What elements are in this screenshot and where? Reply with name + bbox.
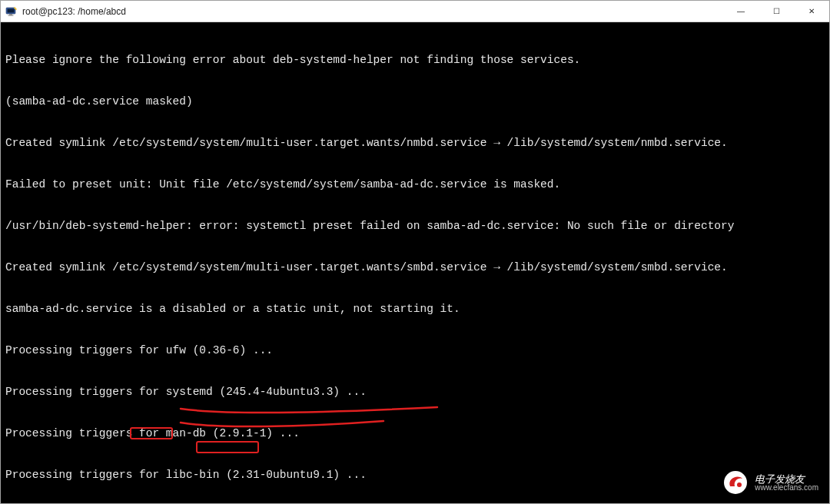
terminal-line: samba-ad-dc.service is a disabled or a s… [5, 302, 826, 316]
svg-rect-1 [8, 8, 15, 12]
svg-point-5 [737, 482, 742, 487]
terminal-line: (samba-ad-dc.service masked) [5, 94, 826, 108]
terminal-line: Processing triggers for man-db (2.9.1-1)… [5, 426, 826, 440]
terminal-line: /usr/bin/deb-systemd-helper: error: syst… [5, 219, 826, 233]
terminal-line: Processing triggers for ufw (0.36-6) ... [5, 343, 826, 357]
minimize-button[interactable]: — [723, 1, 759, 22]
terminal-line: Failed to preset unit: Unit file /etc/sy… [5, 177, 826, 191]
maximize-icon: ☐ [773, 7, 780, 15]
terminal-line: Created symlink /etc/systemd/system/mult… [5, 136, 826, 150]
annotation-box-2 [196, 441, 259, 453]
watermark-text-url: www.elecfans.com [755, 484, 818, 492]
close-button[interactable]: ✕ [794, 1, 829, 22]
terminal-line: Please ignore the following error about … [5, 53, 826, 67]
putty-icon [5, 5, 18, 18]
window-title: root@pc123: /home/abcd [22, 6, 723, 17]
minimize-icon: — [737, 7, 745, 15]
terminal-line: Created symlink /etc/systemd/system/mult… [5, 260, 826, 274]
putty-window: root@pc123: /home/abcd — ☐ ✕ Please igno… [0, 0, 830, 504]
svg-rect-3 [8, 15, 14, 15]
titlebar[interactable]: root@pc123: /home/abcd — ☐ ✕ [1, 1, 829, 22]
close-icon: ✕ [808, 7, 815, 15]
window-controls: — ☐ ✕ [723, 1, 829, 22]
terminal-line: Processing triggers for libc-bin (2.31-0… [5, 468, 826, 482]
terminal[interactable]: Please ignore the following error about … [1, 22, 829, 503]
maximize-button[interactable]: ☐ [759, 1, 794, 22]
annotation-underline-1 [179, 404, 442, 419]
terminal-line: Processing triggers for systemd (245.4-4… [5, 385, 826, 399]
svg-rect-2 [9, 14, 12, 15]
